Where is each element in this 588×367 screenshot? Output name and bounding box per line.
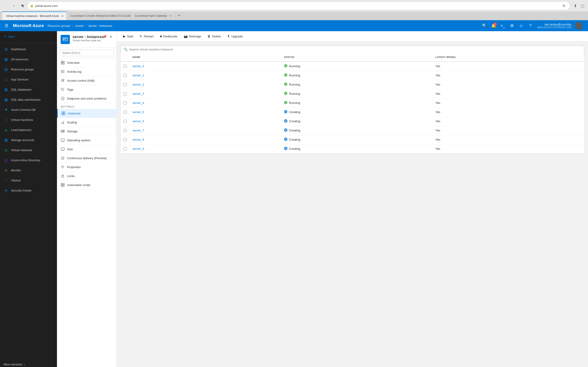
nav-item-automation-script[interactable]: Automation script [57, 181, 116, 190]
delete-button[interactable]: 🗑 Delete [205, 33, 224, 40]
tab-couchbase-console[interactable]: Couchbase Console Enterprise Edition 5.0… [67, 11, 131, 20]
search-button[interactable]: 🔍 [480, 22, 489, 30]
sidebar-item-sql-data-warehouses[interactable]: ▩ SQL data warehouses [0, 94, 57, 105]
nav-item-access-control[interactable]: Access control (IAM) [57, 76, 116, 85]
sidebar-item-virtual-networks[interactable]: ◍ Virtual networks [0, 145, 57, 155]
nav-item-locks[interactable]: Locks [57, 172, 116, 181]
row-name-9[interactable]: server_9 [130, 144, 281, 153]
sidebar-item-azure-cosmos-db[interactable]: ✦ Azure Cosmos DB [0, 105, 57, 115]
row-name-4[interactable]: server_4 [130, 98, 281, 107]
sidebar-item-load-balancers[interactable]: ◈ Load balancers [0, 125, 57, 135]
content-body: 🔍 NAME STATUS LATEST MODEL server_0 [117, 42, 588, 367]
nav-item-tags[interactable]: Tags [57, 85, 116, 94]
sidebar-item-dashboard[interactable]: ⊞ Dashboard [0, 44, 57, 54]
refresh-button[interactable]: ↻ [561, 2, 567, 9]
row-checkbox-8[interactable] [124, 138, 127, 141]
row-checkbox-4[interactable] [124, 101, 127, 105]
sidebar-item-storage-accounts[interactable]: ▦ Storage accounts [0, 135, 57, 145]
row-name-6[interactable]: server_6 [130, 117, 281, 126]
notifications-button[interactable]: 🔔 2 [489, 22, 498, 30]
row-checkbox-5[interactable] [124, 110, 127, 114]
row-name-8[interactable]: server_8 [130, 135, 281, 144]
row-checkbox-0[interactable] [124, 65, 127, 68]
sidebar-item-sql-databases[interactable]: ▦ SQL databases [0, 84, 57, 94]
sidebar-item-virtual-machines[interactable]: □ Virtual machines [0, 115, 57, 125]
row-checkbox-9[interactable] [124, 147, 127, 150]
row-name-0[interactable]: server_0 [130, 62, 281, 71]
sidebar-item-app-services[interactable]: ⬡ App Services [0, 74, 57, 84]
new-tab-button[interactable]: + [176, 11, 182, 20]
forward-button[interactable]: › [10, 2, 17, 9]
settings-section-label: SETTINGS [57, 103, 116, 109]
tab-couchbase-sync[interactable]: Couchbase Sync Gateway ✕ [131, 11, 176, 20]
feedback-button[interactable]: ☺ [517, 22, 525, 30]
nav-item-overview[interactable]: Overview [57, 58, 116, 67]
sidebar-item-security-center[interactable]: ⊕ Security Center [0, 185, 57, 195]
reimage-button[interactable]: 📷 Reimage [181, 33, 204, 40]
sidebar-item-all-resources[interactable]: ▦ All resources [0, 54, 57, 64]
svg-rect-3 [65, 39, 66, 40]
nav-item-instances[interactable]: Instances [57, 109, 116, 118]
back-button[interactable]: ‹ [2, 2, 9, 9]
status-badge-9: Creating [284, 147, 300, 151]
breadcrumb-resource-groups[interactable]: Resource groups [48, 24, 70, 27]
sidebar-item-monitor[interactable]: ◇ Monitor [0, 165, 57, 175]
nav-item-activity-log[interactable]: Activity log [57, 67, 116, 76]
nav-item-storage[interactable]: Storage [57, 127, 116, 136]
settings-button[interactable]: ⚙ [508, 22, 516, 30]
nav-item-size[interactable]: Size [57, 145, 116, 154]
row-checkbox-3[interactable] [124, 92, 127, 95]
row-status-1: Running [281, 71, 432, 80]
svg-rect-4 [61, 61, 62, 62]
row-name-2[interactable]: server_2 [130, 80, 281, 89]
close-panel-button[interactable]: ✕ [108, 34, 114, 40]
cloud-shell-button[interactable]: >_ [499, 22, 507, 30]
tab-couchbase-console-label: Couchbase Console Enterprise Edition 5.0… [70, 14, 131, 17]
nav-item-continuous-delivery[interactable]: Continuous delivery (Preview) [57, 154, 116, 163]
row-name-5[interactable]: server_5 [130, 108, 281, 117]
row-checkbox-2[interactable] [124, 83, 127, 86]
user-info[interactable]: ben.lackey@couchba... BENLACKEYCOUCHBASE… [536, 21, 584, 30]
sidebar-item-advisor[interactable]: ○ Advisor [0, 175, 57, 185]
resource-groups-icon: ▤ [4, 67, 8, 72]
tab-azure-close[interactable]: ✕ [61, 14, 64, 18]
sidebar-item-azure-active-directory[interactable]: ▤ Azure Active Directory [0, 155, 57, 165]
share-button[interactable]: ⬆ [572, 2, 578, 9]
row-checkbox-1[interactable] [124, 74, 127, 77]
restart-button[interactable]: ↻ Restart [137, 33, 156, 40]
tab-azure[interactable]: Virtual machine instances - Microsoft Az… [2, 11, 67, 20]
nav-item-operating-system[interactable]: Operating system [57, 136, 116, 145]
instances-table-header: NAME STATUS LATEST MODEL [121, 53, 584, 62]
nav-item-scaling[interactable]: Scaling [57, 118, 116, 127]
deallocate-button[interactable]: ■ Deallocate [157, 33, 180, 40]
row-status-7: Creating [281, 126, 432, 135]
browser-tabs: Virtual machine instances - Microsoft Az… [0, 11, 588, 20]
breadcrumb-cluster[interactable]: cluster [75, 24, 84, 27]
upgrade-button[interactable]: ⬆ Upgrade [225, 33, 246, 40]
row-name-1[interactable]: server_1 [130, 71, 281, 80]
instances-search-input[interactable] [129, 48, 581, 51]
hamburger-menu[interactable]: ☰ [4, 22, 9, 29]
more-services-button[interactable]: More services › [0, 360, 57, 367]
panel-search-input[interactable] [60, 50, 114, 56]
row-checkbox-7[interactable] [124, 129, 127, 132]
nav-item-properties[interactable]: Properties [57, 163, 116, 172]
nav-item-diagnose[interactable]: Diagnose and solve problems [57, 94, 116, 103]
start-button[interactable]: ▶ Start [120, 33, 136, 40]
row-name-7[interactable]: server_7 [130, 126, 281, 135]
sidebar-item-resource-groups[interactable]: ▤ Resource groups [0, 64, 57, 74]
new-plus-icon: + [4, 34, 6, 39]
help-button[interactable]: ? [526, 22, 535, 30]
row-checkbox-6[interactable] [124, 120, 127, 123]
continuous-delivery-icon [61, 156, 65, 160]
more-services-label: More services [4, 363, 22, 366]
row-latest-model-1: Yes [433, 71, 584, 80]
lock-icon: 🔒 [30, 4, 34, 7]
row-name-3[interactable]: server_3 [130, 89, 281, 98]
pin-button[interactable]: 📌 [102, 34, 107, 40]
sidebar-new-button[interactable]: + New [0, 31, 57, 42]
status-text-0: Running [289, 65, 300, 68]
tab-couchbase-sync-close[interactable]: ✕ [169, 14, 172, 18]
windows-button[interactable]: ▢ [579, 2, 586, 9]
window-layout-button[interactable]: ◥ [19, 2, 25, 9]
